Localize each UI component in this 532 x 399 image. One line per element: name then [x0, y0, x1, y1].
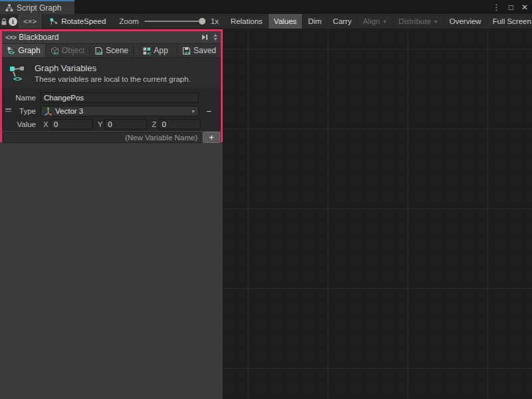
name-label: Name — [5, 94, 41, 102]
window-tab-bar: Script Graph ⋮ □ ✕ — [0, 0, 532, 14]
tab-object-label: Object — [62, 46, 85, 55]
z-value-input[interactable] — [158, 119, 201, 130]
blackboard-icon: <×> — [5, 33, 16, 41]
window-controls: ⋮ □ ✕ — [493, 0, 528, 14]
variables-icon: <×> — [23, 17, 37, 25]
tab-scene[interactable]: <> Scene — [90, 44, 134, 57]
tab-script-graph[interactable]: Script Graph — [0, 0, 74, 14]
remove-variable-button[interactable]: − — [201, 106, 216, 116]
scroll-spinner[interactable] — [213, 34, 217, 41]
drag-handle-icon[interactable] — [5, 108, 11, 112]
y-value-input[interactable] — [104, 119, 147, 130]
variable-type-row: Type Vector 3 ▼ − — [2, 104, 221, 118]
graph-tab-icon: <> — [7, 47, 15, 55]
new-variable-name-input[interactable] — [3, 132, 201, 143]
fullscreen-label: Full Screen — [493, 17, 531, 25]
overview-button[interactable]: Overview — [444, 14, 487, 29]
blackboard-title: Blackboard — [19, 33, 59, 42]
zoom-slider-handle[interactable] — [199, 18, 205, 25]
lock-icon — [0, 17, 8, 26]
spinner-up-icon[interactable] — [213, 34, 217, 37]
scene-tab-icon: <> — [94, 47, 103, 55]
tab-scene-label: Scene — [106, 46, 128, 55]
menu-icon[interactable]: ⋮ — [493, 3, 501, 12]
tab-graph[interactable]: <> Graph — [2, 44, 46, 57]
tab-title: Script Graph — [17, 3, 61, 13]
info-button[interactable]: i — [9, 14, 18, 29]
tab-app[interactable]: <> App — [134, 44, 178, 57]
variables-toggle-button[interactable]: <×> — [18, 14, 43, 29]
spinner-down-icon[interactable] — [213, 38, 217, 41]
overview-label: Overview — [450, 17, 481, 25]
object-tab-icon: <> — [51, 47, 59, 55]
zoom-value: 1x — [211, 17, 219, 25]
values-label: Values — [274, 17, 297, 25]
graph-node-icon — [49, 17, 58, 26]
caret-down-icon: ▼ — [434, 19, 438, 24]
distribute-button: Distribute ▼ — [393, 14, 444, 29]
graph-toolbar: i <×> RotateSpeed Zoom 1x Relations Valu… — [0, 14, 532, 29]
variable-name-input[interactable] — [41, 92, 199, 103]
svg-text:<>: <> — [96, 49, 103, 55]
variable-type-dropdown[interactable]: Vector 3 ▼ — [41, 106, 199, 116]
blackboard-empty-area — [0, 142, 223, 399]
value-label: Value — [5, 120, 41, 128]
close-icon[interactable]: ✕ — [521, 3, 528, 12]
align-button: Align ▼ — [358, 14, 394, 29]
zoom-slider[interactable] — [144, 21, 205, 22]
distribute-label: Distribute — [398, 17, 431, 25]
y-axis-label: Y — [98, 120, 103, 128]
type-value: Vector 3 — [55, 107, 83, 115]
info-icon: i — [9, 17, 17, 26]
svg-text:<>: <> — [53, 50, 59, 55]
saved-tab-icon: <> — [182, 47, 191, 55]
carry-label: Carry — [333, 17, 352, 25]
fullscreen-button[interactable]: Full Screen — [487, 14, 532, 29]
caret-down-icon: ▼ — [382, 19, 387, 24]
align-label: Align — [363, 17, 380, 25]
zoom-label: Zoom — [119, 17, 138, 25]
x-axis-label: X — [43, 120, 49, 128]
dim-label: Dim — [308, 17, 321, 25]
app-tab-icon: <> — [142, 47, 151, 55]
variable-name-row: Name — [2, 91, 221, 104]
section-title: Graph Variables — [35, 63, 191, 73]
graph-variables-section-header: <> Graph Variables These variables are l… — [2, 58, 221, 88]
lock-button[interactable] — [0, 14, 9, 29]
blackboard-panel: <×> Blackboard <> Graph <> Object — [0, 29, 223, 142]
caret-down-icon: ▼ — [191, 109, 196, 114]
svg-text:<>: <> — [13, 74, 23, 82]
vector3-icon — [44, 106, 53, 116]
variable-editor: Name Type Vector 3 ▼ − Value — [2, 88, 221, 131]
maximize-icon[interactable]: □ — [509, 3, 513, 12]
relations-label: Relations — [231, 17, 263, 25]
z-axis-label: Z — [152, 120, 156, 128]
script-graph-icon — [5, 4, 13, 12]
tab-app-label: App — [154, 46, 168, 55]
tab-saved[interactable]: <> Saved — [178, 44, 221, 57]
values-button[interactable]: Values — [269, 14, 303, 29]
variable-value-row: Value X Y Z — [2, 118, 221, 131]
dock-icon[interactable] — [202, 35, 207, 40]
graph-name: RotateSpeed — [43, 14, 112, 29]
carry-button[interactable]: Carry — [328, 14, 358, 29]
add-variable-button[interactable]: + — [203, 132, 220, 143]
relations-button[interactable]: Relations — [225, 14, 269, 29]
tab-saved-label: Saved — [194, 46, 216, 55]
x-value-input[interactable] — [51, 119, 93, 130]
section-description: These variables are local to the current… — [35, 75, 191, 83]
svg-text:<>: <> — [147, 51, 151, 55]
graph-canvas[interactable] — [223, 29, 532, 399]
zoom-control: Zoom 1x — [112, 14, 225, 29]
new-variable-row: + — [2, 131, 221, 144]
dim-button[interactable]: Dim — [303, 14, 327, 29]
svg-text:<>: <> — [9, 50, 15, 55]
blackboard-header[interactable]: <×> Blackboard — [2, 31, 221, 43]
graph-name-label: RotateSpeed — [61, 17, 106, 25]
svg-text:<>: <> — [184, 49, 191, 55]
blackboard-tabs: <> Graph <> Object <> Scene <> — [2, 43, 221, 58]
tab-graph-label: Graph — [18, 46, 40, 55]
tab-object: <> Object — [46, 44, 90, 57]
graph-variables-icon: <> — [9, 65, 27, 82]
